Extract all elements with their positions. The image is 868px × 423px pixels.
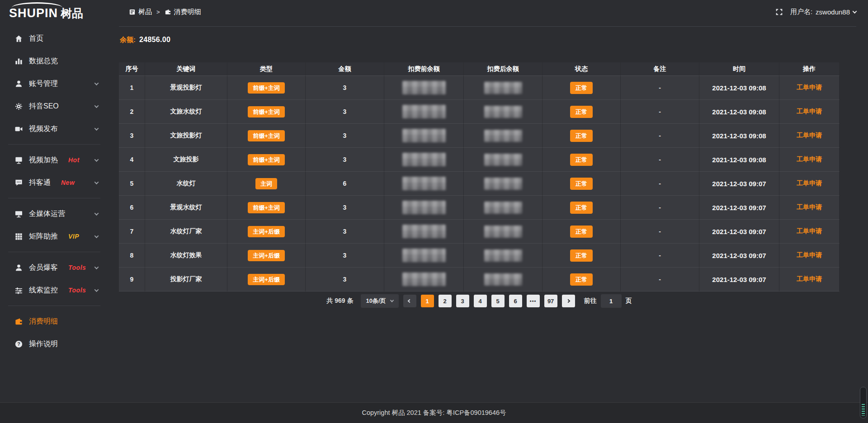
sidebar-item-member[interactable]: 会员爆客Tools — [0, 256, 109, 279]
amount-value: 3 — [343, 204, 347, 211]
page-number-button[interactable]: 3 — [456, 295, 469, 307]
status-badge: 正常 — [570, 226, 593, 238]
scrollbar-widget[interactable] — [860, 387, 867, 418]
row-index-cell: 6 — [119, 196, 145, 220]
type-badge: 主词+后缀 — [248, 274, 285, 285]
time-cell-wrap: 2021-12-03 09:07 — [699, 268, 779, 291]
type-badge: 前缀+主词 — [248, 202, 285, 213]
brand-logo: SHUPIN 树品 — [0, 6, 119, 20]
table-row: 7水纹灯厂家主词+后缀3正常-2021-12-03 09:07工单申请 — [119, 220, 840, 244]
sidebar-item-chat[interactable]: 抖客通New — [0, 171, 109, 194]
sidebar-item-sliders[interactable]: 线索监控Tools — [0, 279, 109, 301]
time-text: 2021-12-03 09:08 — [712, 108, 766, 116]
sidebar-item-label: 视频发布 — [29, 124, 58, 134]
type-cell: 前缀+主词 — [227, 124, 306, 148]
work-order-link[interactable]: 工单申请 — [797, 108, 822, 116]
sidebar-item-user[interactable]: 账号管理 — [0, 72, 109, 95]
status-cell: 正常 — [542, 172, 621, 196]
sidebar-item-gear[interactable]: 抖音SEO — [0, 95, 109, 118]
sidebar-item-wallet[interactable]: 消费明细 — [0, 310, 109, 333]
pre-balance-cell — [384, 196, 464, 220]
redacted-balance — [484, 106, 522, 118]
redacted-balance — [402, 153, 446, 166]
sidebar-item-home[interactable]: 首页 — [0, 27, 109, 50]
bar-chart-icon — [14, 57, 23, 66]
sidebar-item-question[interactable]: ?操作说明 — [0, 333, 109, 355]
page-number-button[interactable]: 97 — [544, 295, 557, 307]
keyword-text: 水纹灯效果 — [170, 251, 202, 259]
next-page-button[interactable] — [562, 295, 575, 307]
goto-label: 前往 — [584, 297, 597, 305]
amount-cell: 3 — [306, 148, 384, 172]
amount-cell: 3 — [306, 100, 384, 124]
work-order-link[interactable]: 工单申请 — [797, 227, 822, 235]
goto-page-input[interactable] — [601, 294, 622, 308]
work-order-link[interactable]: 工单申请 — [797, 251, 822, 259]
work-order-link[interactable]: 工单申请 — [797, 132, 822, 140]
sidebar-item-label: 消费明细 — [29, 317, 58, 326]
post-balance-cell — [464, 268, 542, 291]
work-order-link[interactable]: 工单申请 — [797, 84, 822, 92]
page-size-select[interactable]: 10条/页 — [361, 294, 399, 308]
grid-icon — [14, 232, 23, 241]
remark-text: - — [659, 180, 661, 187]
pre-balance-cell — [384, 172, 464, 196]
pre-balance-cell — [384, 76, 464, 100]
chevron-down-icon — [94, 81, 99, 85]
type-badge: 主词+后缀 — [248, 226, 285, 237]
status-badge: 正常 — [570, 154, 593, 166]
fullscreen-icon[interactable] — [775, 8, 783, 16]
work-order-link[interactable]: 工单申请 — [797, 203, 822, 212]
type-cell: 前缀+主词 — [227, 148, 306, 172]
sidebar-menu: 首页数据总览账号管理抖音SEO视频发布视频加热Hot抖客通New全媒体运营矩阵助… — [0, 27, 109, 355]
page-ellipsis-button[interactable]: ••• — [527, 295, 540, 307]
keyword-cell: 景观水纹灯 — [145, 196, 227, 220]
page-number-button[interactable]: 6 — [509, 295, 522, 307]
sidebar-item-bar-chart[interactable]: 数据总览 — [0, 50, 109, 72]
table-header: 序号关键词类型金额扣费前余额扣费后余额状态备注时间操作 — [119, 62, 840, 76]
sidebar-item-video[interactable]: 视频发布 — [0, 118, 109, 140]
breadcrumb-label: 消费明细 — [174, 8, 201, 16]
type-badge: 前缀+主词 — [248, 82, 285, 94]
monitor-icon — [14, 210, 23, 218]
action-cell: 工单申请 — [779, 268, 840, 291]
amount-cell: 3 — [306, 76, 384, 100]
amount-cell: 3 — [306, 244, 384, 268]
row-index-cell: 8 — [119, 244, 145, 268]
row-index-cell: 9 — [119, 268, 145, 291]
page-number-button[interactable]: 2 — [439, 295, 452, 307]
page-number-button[interactable]: 1 — [421, 295, 434, 307]
type-cell: 前缀+主词 — [227, 196, 306, 220]
keyword-text: 景观投影灯 — [170, 84, 202, 92]
time-text: 2021-12-03 09:07 — [712, 180, 766, 188]
prev-page-button[interactable] — [403, 295, 416, 307]
redacted-balance — [402, 177, 446, 190]
work-order-link[interactable]: 工单申请 — [797, 275, 822, 283]
type-badge: 前缀+主词 — [248, 154, 285, 165]
sidebar-item-screen[interactable]: 视频加热Hot — [0, 149, 109, 171]
breadcrumb-separator: > — [156, 9, 160, 15]
row-index: 2 — [130, 108, 134, 115]
breadcrumb-item-home[interactable]: 树品 — [129, 8, 152, 16]
remark-cell: - — [621, 148, 699, 172]
breadcrumb: 树品 > 消费明细 — [129, 8, 201, 16]
breadcrumb-item-current[interactable]: 消费明细 — [165, 8, 201, 16]
sidebar-item-grid[interactable]: 矩阵助推VIP — [0, 225, 109, 248]
header-divider — [119, 26, 856, 27]
home-icon — [14, 34, 23, 43]
user-menu[interactable]: 用户名: zswodun88 — [790, 8, 856, 16]
type-badge: 主词 — [255, 178, 277, 189]
sidebar-item-monitor[interactable]: 全媒体运营 — [0, 202, 109, 225]
row-index: 3 — [130, 132, 134, 139]
page-number-button[interactable]: 4 — [474, 295, 487, 307]
work-order-link[interactable]: 工单申请 — [797, 155, 822, 164]
page-number-button[interactable]: 5 — [491, 295, 505, 307]
type-cell: 主词+后缀 — [227, 220, 306, 244]
type-badge: 前缀+主词 — [248, 106, 285, 118]
sidebar-item-label: 全媒体运营 — [29, 209, 65, 219]
work-order-link[interactable]: 工单申请 — [797, 179, 822, 188]
row-index: 7 — [130, 228, 134, 235]
time-text: 2021-12-03 09:07 — [712, 276, 766, 283]
row-index-cell: 4 — [119, 148, 145, 172]
amount-value: 6 — [343, 180, 347, 187]
